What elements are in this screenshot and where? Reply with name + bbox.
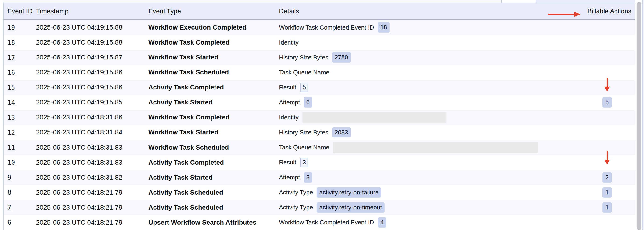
event-timestamp: 2025-06-23 UTC 04:19:15.86 (36, 84, 148, 91)
detail-label: Workflow Task Completed Event ID (279, 219, 374, 226)
detail-value-chip: 5 (300, 83, 308, 92)
top-strip-segment (536, 0, 635, 3)
detail-value-chip: activity.retry-on-timeout (317, 202, 384, 213)
event-id-link[interactable]: 18 (8, 39, 15, 46)
event-row[interactable]: 18 2025-06-23 UTC 04:19:15.88 Workflow T… (4, 35, 635, 50)
event-row[interactable]: 8 2025-06-23 UTC 04:18:21.79 Activity Ta… (4, 185, 635, 200)
column-divider (501, 0, 502, 3)
detail-value-chip: 3 (300, 158, 308, 167)
detail-label: Identity (279, 114, 299, 121)
table-body: 19 2025-06-23 UTC 04:19:15.88 Workflow E… (4, 20, 635, 230)
event-timestamp: 2025-06-23 UTC 04:18:31.83 (36, 159, 148, 166)
column-divider (536, 0, 536, 3)
detail-label: Task Queue Name (279, 69, 329, 76)
column-header-event-type: Event Type (148, 8, 279, 15)
detail-label: History Size Bytes (279, 129, 328, 136)
event-row[interactable]: 15 2025-06-23 UTC 04:19:15.86 Activity T… (4, 80, 635, 95)
event-row[interactable]: 6 2025-06-23 UTC 04:18:21.79 Upsert Work… (4, 215, 635, 230)
event-timestamp: 2025-06-23 UTC 04:18:21.79 (36, 219, 148, 226)
event-row[interactable]: 11 2025-06-23 UTC 04:18:31.83 Workflow T… (4, 140, 635, 155)
billable-count-chip: 1 (602, 187, 612, 198)
panel-edge-fill (642, 0, 644, 230)
column-header-details: Details (279, 8, 549, 15)
event-timestamp: 2025-06-23 UTC 04:19:15.85 (36, 99, 148, 106)
red-down-arrow-icon (604, 151, 610, 165)
red-down-arrow-icon (604, 78, 610, 92)
detail-label: Result (279, 84, 296, 91)
event-type: Workflow Task Scheduled (148, 69, 279, 76)
event-row[interactable]: 17 2025-06-23 UTC 04:19:15.87 Workflow T… (4, 50, 635, 65)
scrollbar-thumb[interactable] (637, 2, 642, 230)
event-id-link[interactable]: 7 (8, 204, 11, 211)
event-id-link[interactable]: 6 (8, 219, 11, 226)
event-id-link[interactable]: 17 (8, 54, 15, 61)
event-timestamp: 2025-06-23 UTC 04:19:15.86 (36, 69, 148, 76)
event-id-link[interactable]: 14 (8, 99, 15, 106)
event-timestamp: 2025-06-23 UTC 04:18:31.82 (36, 174, 148, 181)
redacted-value (333, 142, 538, 153)
event-id-link[interactable]: 8 (8, 189, 11, 196)
detail-value-chip: 3 (304, 172, 312, 183)
detail-label: Activity Type (279, 204, 313, 211)
detail-value-chip: activity.retry-on-failure (317, 187, 381, 198)
detail-label: Attempt (279, 174, 300, 181)
event-id-link[interactable]: 12 (8, 129, 15, 136)
event-timestamp: 2025-06-23 UTC 04:18:21.79 (36, 189, 148, 196)
top-strip-segment (3, 0, 502, 3)
top-strip-segment (502, 0, 536, 3)
detail-value-chip: 4 (378, 217, 386, 228)
event-row[interactable]: 19 2025-06-23 UTC 04:19:15.88 Workflow E… (4, 20, 635, 35)
event-type: Activity Task Started (148, 174, 279, 181)
event-timestamp: 2025-06-23 UTC 04:19:15.88 (36, 39, 148, 46)
event-type: Activity Task Started (148, 99, 279, 106)
event-type: Workflow Task Started (148, 129, 279, 136)
event-row[interactable]: 7 2025-06-23 UTC 04:18:21.79 Activity Ta… (4, 200, 635, 215)
event-type: Workflow Task Completed (148, 39, 279, 46)
detail-label: Workflow Task Completed Event ID (279, 24, 374, 31)
event-row[interactable]: 16 2025-06-23 UTC 04:19:15.86 Workflow T… (4, 65, 635, 80)
column-header-timestamp: Timestamp (36, 8, 148, 15)
event-id-link[interactable]: 19 (8, 24, 15, 31)
event-row[interactable]: 14 2025-06-23 UTC 04:19:15.85 Activity T… (4, 95, 635, 110)
event-timestamp: 2025-06-23 UTC 04:19:15.87 (36, 54, 148, 61)
event-id-link[interactable]: 15 (8, 84, 15, 91)
event-type: Activity Task Scheduled (148, 204, 279, 211)
event-row[interactable]: 9 2025-06-23 UTC 04:18:31.82 Activity Ta… (4, 170, 635, 185)
event-id-link[interactable]: 10 (8, 159, 15, 166)
column-header-event-id: Event ID (4, 8, 36, 15)
event-row[interactable]: 12 2025-06-23 UTC 04:18:31.84 Workflow T… (4, 125, 635, 140)
detail-value-chip: 18 (378, 22, 390, 33)
detail-label: Result (279, 159, 296, 166)
event-timestamp: 2025-06-23 UTC 04:18:31.84 (36, 129, 148, 136)
event-id-link[interactable]: 9 (8, 174, 11, 181)
event-type: Workflow Task Scheduled (148, 144, 279, 151)
detail-label: Identity (279, 39, 299, 46)
redacted-value (302, 112, 446, 123)
event-timestamp: 2025-06-23 UTC 04:19:15.88 (36, 24, 148, 31)
detail-value-chip: 2083 (332, 128, 351, 138)
detail-value-chip: 6 (304, 97, 312, 107)
red-right-arrow-icon (548, 11, 581, 17)
event-id-link[interactable]: 16 (8, 69, 15, 76)
top-cropped-strip (0, 0, 644, 3)
event-id-link[interactable]: 11 (8, 144, 15, 151)
detail-label: Task Queue Name (279, 144, 329, 151)
event-type: Activity Task Completed (148, 84, 279, 91)
event-timestamp: 2025-06-23 UTC 04:18:31.83 (36, 144, 148, 151)
event-type: Activity Task Completed (148, 159, 279, 166)
detail-label: Activity Type (279, 189, 313, 196)
event-timestamp: 2025-06-23 UTC 04:18:21.79 (36, 204, 148, 211)
event-timestamp: 2025-06-23 UTC 04:18:31.86 (36, 113, 148, 121)
event-history-table: Event ID Timestamp Event Type Details Bi… (3, 3, 635, 230)
event-id-link[interactable]: 13 (8, 114, 15, 121)
event-type: Workflow Task Completed (148, 113, 279, 121)
event-type: Upsert Workflow Search Attributes (148, 219, 279, 226)
event-type: Workflow Task Started (148, 54, 279, 61)
event-type: Workflow Execution Completed (148, 24, 279, 31)
event-row[interactable]: 10 2025-06-23 UTC 04:18:31.83 Activity T… (4, 155, 635, 170)
billable-count-chip: 5 (602, 97, 612, 107)
detail-value-chip: 2780 (332, 52, 351, 63)
detail-label: Attempt (279, 99, 300, 106)
billable-count-chip: 2 (602, 172, 612, 183)
event-row[interactable]: 13 2025-06-23 UTC 04:18:31.86 Workflow T… (4, 110, 635, 125)
